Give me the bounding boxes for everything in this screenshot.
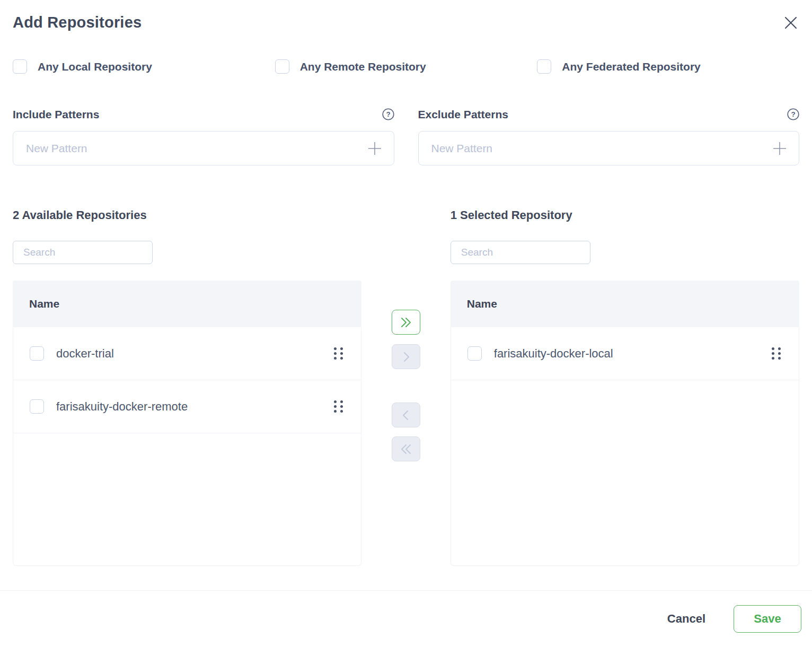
selected-search-input[interactable] bbox=[451, 241, 590, 264]
table-row[interactable]: farisakuity-docker-local bbox=[451, 327, 799, 380]
save-button[interactable]: Save bbox=[734, 605, 801, 633]
row-checkbox[interactable] bbox=[30, 399, 44, 414]
cancel-button[interactable]: Cancel bbox=[667, 612, 705, 626]
move-all-left-button[interactable] bbox=[392, 436, 420, 461]
dialog-header: Add Repositories bbox=[0, 0, 812, 31]
exclude-patterns-group: Exclude Patterns ? bbox=[418, 108, 800, 165]
checkbox-any-local-repository[interactable]: Any Local Repository bbox=[13, 59, 275, 74]
table-header: Name bbox=[13, 281, 361, 327]
include-pattern-field bbox=[13, 131, 394, 165]
question-mark-circle-icon: ? bbox=[382, 114, 394, 122]
close-icon bbox=[783, 24, 799, 32]
include-patterns-label: Include Patterns bbox=[13, 108, 99, 121]
close-button[interactable] bbox=[783, 15, 799, 31]
exclude-patterns-help-button[interactable]: ? bbox=[787, 108, 799, 120]
selected-repositories-table: Name farisakuity-docker-local bbox=[451, 281, 799, 566]
add-include-pattern-button[interactable] bbox=[367, 141, 382, 156]
move-right-button[interactable] bbox=[392, 344, 420, 369]
move-all-right-button[interactable] bbox=[392, 310, 420, 335]
include-patterns-help-button[interactable]: ? bbox=[382, 108, 394, 120]
double-chevron-right-icon bbox=[400, 317, 412, 328]
patterns-section: Include Patterns ? Exclude Patterns bbox=[0, 108, 812, 165]
exclude-pattern-field bbox=[418, 131, 800, 165]
available-repositories-panel: 2 Available Repositories Name docker-tri… bbox=[13, 208, 361, 566]
checkbox-label: Any Remote Repository bbox=[300, 60, 426, 73]
question-mark-circle-icon: ? bbox=[787, 114, 799, 122]
dialog-title: Add Repositories bbox=[13, 14, 142, 31]
name-column-header: Name bbox=[29, 298, 59, 310]
double-chevron-left-icon bbox=[400, 444, 412, 454]
available-search-input[interactable] bbox=[13, 241, 153, 264]
checkbox-label: Any Local Repository bbox=[38, 60, 152, 73]
drag-handle-icon[interactable] bbox=[332, 345, 345, 362]
available-repositories-heading: 2 Available Repositories bbox=[13, 208, 361, 222]
drag-handle-icon[interactable] bbox=[770, 345, 783, 362]
selected-repositories-heading: 1 Selected Repository bbox=[451, 208, 799, 222]
checkbox-any-remote-repository[interactable]: Any Remote Repository bbox=[275, 59, 537, 74]
table-body: docker-trial farisakuity-docker-remote bbox=[13, 327, 361, 566]
checkbox-icon[interactable] bbox=[275, 59, 289, 74]
add-exclude-pattern-button[interactable] bbox=[772, 141, 787, 156]
table-header: Name bbox=[451, 281, 799, 327]
row-checkbox[interactable] bbox=[30, 346, 44, 361]
repository-name: farisakuity-docker-local bbox=[494, 347, 770, 361]
exclude-pattern-input[interactable] bbox=[431, 142, 773, 155]
name-column-header: Name bbox=[467, 298, 497, 310]
exclude-patterns-label: Exclude Patterns bbox=[418, 108, 508, 121]
checkbox-any-federated-repository[interactable]: Any Federated Repository bbox=[537, 59, 799, 74]
repository-name: farisakuity-docker-remote bbox=[56, 400, 332, 414]
checkbox-label: Any Federated Repository bbox=[562, 60, 700, 73]
table-body: farisakuity-docker-local bbox=[451, 327, 799, 566]
chevron-right-icon bbox=[400, 352, 412, 362]
plus-icon bbox=[367, 150, 382, 158]
svg-text:?: ? bbox=[791, 110, 795, 118]
checkbox-icon[interactable] bbox=[537, 59, 551, 74]
transfer-buttons-column bbox=[361, 208, 451, 566]
row-checkbox[interactable] bbox=[467, 346, 482, 361]
chevron-left-icon bbox=[400, 410, 412, 421]
move-left-button[interactable] bbox=[392, 403, 420, 427]
repo-type-filter-row: Any Local Repository Any Remote Reposito… bbox=[0, 59, 812, 74]
table-row[interactable]: docker-trial bbox=[13, 327, 361, 380]
dialog-footer: Cancel Save bbox=[0, 590, 812, 647]
selected-repositories-panel: 1 Selected Repository Name farisakuity-d… bbox=[451, 208, 799, 566]
svg-text:?: ? bbox=[386, 110, 390, 118]
checkbox-icon[interactable] bbox=[13, 59, 27, 74]
include-patterns-group: Include Patterns ? bbox=[13, 108, 394, 165]
drag-handle-icon[interactable] bbox=[332, 398, 345, 415]
repository-transfer-section: 2 Available Repositories Name docker-tri… bbox=[0, 208, 812, 566]
add-repositories-dialog: Add Repositories Any Local Repository An… bbox=[0, 0, 812, 647]
table-row[interactable]: farisakuity-docker-remote bbox=[13, 380, 361, 433]
include-pattern-input[interactable] bbox=[26, 142, 367, 155]
available-repositories-table: Name docker-trial farisakuity-docker-rem… bbox=[13, 281, 361, 566]
repository-name: docker-trial bbox=[56, 347, 332, 361]
plus-icon bbox=[772, 150, 787, 158]
